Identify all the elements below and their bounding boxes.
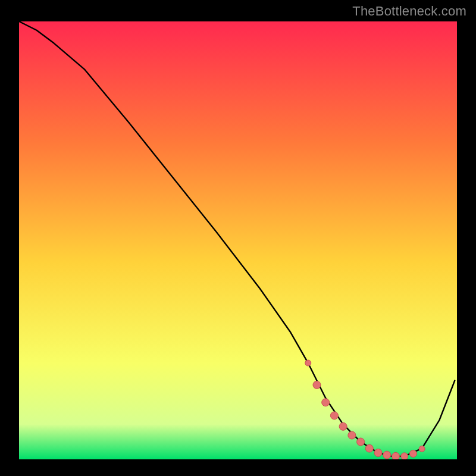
marker-point [348,431,356,439]
marker-point [365,444,373,452]
marker-point [322,399,330,406]
marker-point [305,360,311,366]
marker-point [383,451,391,459]
gradient-background [19,21,457,459]
chart-stage: TheBottleneck.com [0,0,476,476]
marker-point [409,450,416,457]
marker-point [419,446,425,452]
marker-point [401,453,408,459]
chart-svg [19,21,457,459]
plot-frame [17,19,459,462]
marker-point [357,438,365,446]
marker-point [313,381,321,389]
marker-point [392,452,399,459]
marker-point [330,412,338,419]
attribution-text: TheBottleneck.com [352,4,466,19]
marker-point [339,422,347,430]
plot-area [19,21,457,459]
marker-point [374,449,382,456]
